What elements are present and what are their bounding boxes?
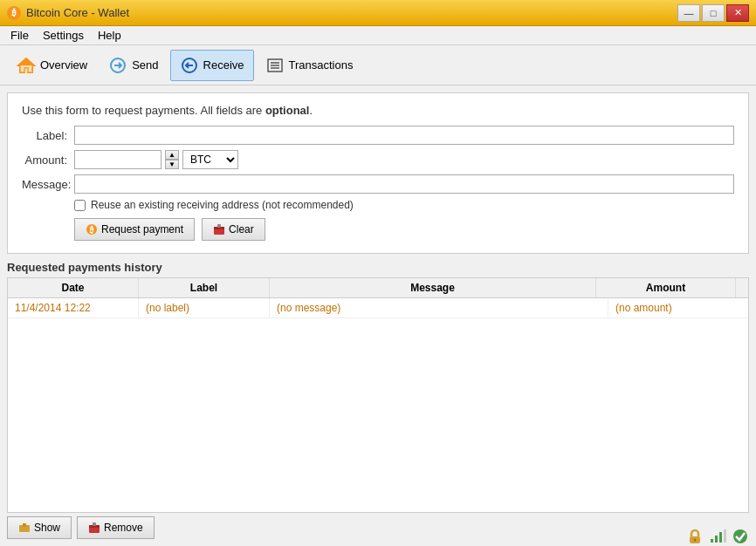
table-row[interactable]: 11/4/2014 12:22 (no label) (no message) … bbox=[8, 298, 748, 318]
svg-rect-23 bbox=[711, 539, 713, 543]
svg-rect-25 bbox=[719, 532, 722, 543]
label-row: Label: bbox=[22, 126, 734, 145]
svg-rect-1 bbox=[20, 65, 32, 72]
col-label: Label bbox=[139, 278, 270, 297]
svg-marker-2 bbox=[18, 58, 34, 65]
svg-rect-20 bbox=[93, 522, 96, 526]
col-scroll-spacer bbox=[736, 278, 749, 297]
send-icon bbox=[108, 56, 127, 75]
currency-select[interactable]: BTC mBTC µBTC bbox=[182, 150, 238, 169]
form-info: Use this form to request payments. All f… bbox=[22, 104, 734, 117]
maximize-button[interactable]: □ bbox=[702, 4, 725, 22]
status-bar bbox=[679, 527, 756, 546]
request-payment-button[interactable]: ₿ Request payment bbox=[74, 218, 195, 241]
action-row: ₿ Request payment Clear bbox=[22, 218, 734, 241]
svg-point-22 bbox=[694, 539, 697, 542]
app-icon: ₿ bbox=[7, 6, 21, 20]
menu-file[interactable]: File bbox=[3, 27, 36, 44]
tab-send[interactable]: Send bbox=[99, 50, 168, 81]
receive-label: Receive bbox=[203, 58, 244, 72]
tab-overview[interactable]: Overview bbox=[7, 50, 97, 81]
remove-icon bbox=[88, 522, 100, 534]
window-title: Bitcoin Core - Wallet bbox=[26, 6, 129, 19]
receive-icon bbox=[180, 56, 199, 75]
signal-icon bbox=[709, 529, 726, 544]
checkbox-label: Reuse an existing receiving address (not… bbox=[91, 199, 354, 211]
cell-label: (no label) bbox=[139, 298, 270, 317]
history-title: Requested payments history bbox=[7, 261, 749, 274]
cell-date: 11/4/2014 12:22 bbox=[8, 298, 139, 317]
message-row: Message: bbox=[22, 174, 734, 194]
close-button[interactable]: ✕ bbox=[726, 4, 749, 22]
history-table: Date Label Message Amount 11/4/2014 12:2… bbox=[7, 277, 749, 513]
amount-controls: ▲ ▼ BTC mBTC µBTC bbox=[74, 150, 238, 169]
title-bar-controls: — □ ✕ bbox=[677, 4, 749, 22]
message-input[interactable] bbox=[74, 174, 734, 194]
toolbar: Overview Send Receive bbox=[0, 45, 756, 85]
svg-rect-15 bbox=[217, 224, 221, 228]
send-label: Send bbox=[132, 58, 158, 72]
form-panel: Use this form to request payments. All f… bbox=[7, 92, 749, 254]
title-bar-left: ₿ Bitcoin Core - Wallet bbox=[7, 6, 129, 20]
title-bar: ₿ Bitcoin Core - Wallet — □ ✕ bbox=[0, 0, 756, 26]
svg-marker-17 bbox=[23, 523, 26, 527]
reuse-address-checkbox[interactable] bbox=[74, 200, 86, 211]
amount-input[interactable] bbox=[74, 150, 162, 169]
col-message: Message bbox=[270, 278, 596, 297]
col-date: Date bbox=[8, 278, 139, 297]
amount-spinner: ▲ ▼ bbox=[165, 150, 179, 169]
main-content: Use this form to request payments. All f… bbox=[0, 85, 756, 546]
tab-transactions[interactable]: Transactions bbox=[256, 50, 363, 81]
svg-rect-24 bbox=[715, 536, 718, 543]
menu-settings[interactable]: Settings bbox=[36, 27, 91, 44]
spinner-down-button[interactable]: ▼ bbox=[165, 160, 179, 169]
minimize-button[interactable]: — bbox=[677, 4, 700, 22]
message-field-label: Message: bbox=[22, 178, 74, 191]
check-icon bbox=[732, 529, 749, 544]
svg-point-27 bbox=[733, 529, 747, 543]
amount-field-label: Amount: bbox=[22, 154, 74, 167]
clear-icon bbox=[213, 223, 225, 235]
lock-icon bbox=[686, 529, 704, 544]
cell-amount: (no amount) bbox=[608, 298, 748, 317]
transactions-icon bbox=[265, 56, 285, 75]
label-field-label: Label: bbox=[22, 129, 74, 142]
checkbox-row: Reuse an existing receiving address (not… bbox=[22, 199, 734, 211]
amount-row: Amount: ▲ ▼ BTC mBTC µBTC bbox=[22, 150, 734, 169]
remove-button[interactable]: Remove bbox=[77, 516, 155, 539]
svg-rect-26 bbox=[724, 529, 726, 543]
tab-receive[interactable]: Receive bbox=[170, 50, 254, 81]
menu-help[interactable]: Help bbox=[91, 27, 128, 44]
show-button[interactable]: Show bbox=[7, 516, 72, 539]
table-header: Date Label Message Amount bbox=[8, 278, 748, 298]
label-input[interactable] bbox=[74, 126, 734, 145]
cell-message: (no message) bbox=[270, 298, 608, 317]
spinner-up-button[interactable]: ▲ bbox=[165, 150, 179, 160]
table-scroll-area[interactable]: 11/4/2014 12:22 (no label) (no message) … bbox=[8, 298, 748, 512]
col-amount: Amount bbox=[596, 278, 736, 297]
menu-bar: File Settings Help bbox=[0, 26, 756, 45]
transactions-label: Transactions bbox=[289, 58, 354, 72]
overview-label: Overview bbox=[40, 58, 87, 72]
history-section: Requested payments history Date Label Me… bbox=[7, 261, 749, 539]
show-icon bbox=[18, 522, 31, 534]
home-icon bbox=[17, 56, 36, 75]
bottom-bar: Show Remove bbox=[7, 513, 749, 539]
clear-button[interactable]: Clear bbox=[202, 218, 265, 241]
request-icon: ₿ bbox=[86, 223, 98, 235]
